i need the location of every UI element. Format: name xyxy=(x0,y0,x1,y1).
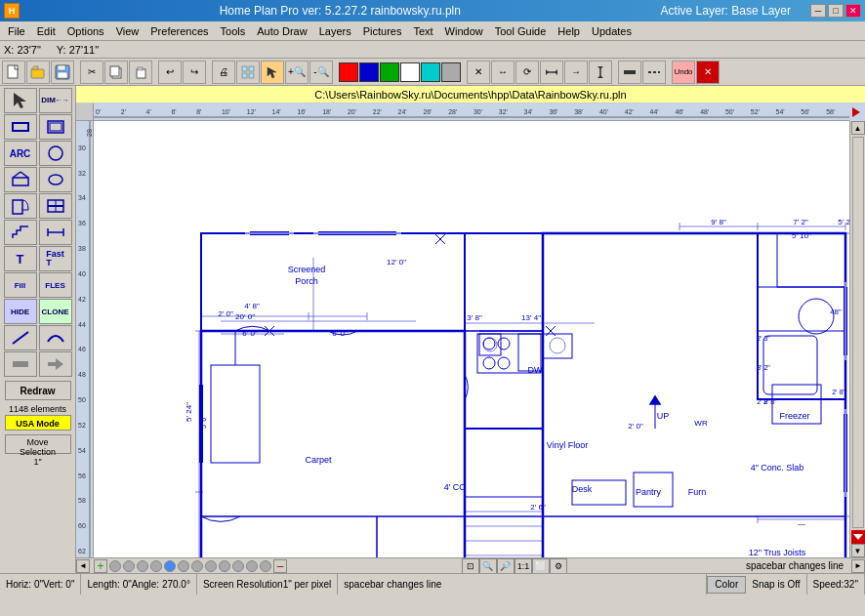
minimize-button[interactable]: ─ xyxy=(810,4,826,18)
redraw-button[interactable]: Redraw xyxy=(5,381,71,400)
tb-print[interactable]: 🖨 xyxy=(212,61,235,84)
color-green[interactable] xyxy=(380,62,399,82)
nav-dot-10[interactable] xyxy=(232,560,244,572)
menu-autodraw[interactable]: Auto Draw xyxy=(251,23,312,39)
tb-redo[interactable]: ↪ xyxy=(183,61,206,84)
tb-save[interactable] xyxy=(51,61,74,84)
menu-layers[interactable]: Layers xyxy=(313,23,357,39)
nav-dot-9[interactable] xyxy=(219,560,230,572)
add-button[interactable]: + xyxy=(94,559,107,573)
lt-hide[interactable]: HIDE xyxy=(4,299,37,324)
zoom-in-btn[interactable]: 🔍 xyxy=(479,558,497,574)
nav-dot-1[interactable] xyxy=(109,560,121,572)
tb-scale-x[interactable] xyxy=(540,61,563,84)
lt-arrow-left[interactable] xyxy=(4,351,37,377)
close-button[interactable]: ✕ xyxy=(845,4,861,18)
nav-dot-2[interactable] xyxy=(123,560,135,572)
lt-shape1[interactable] xyxy=(4,167,37,192)
tb-paste[interactable] xyxy=(129,61,152,84)
drawing-canvas[interactable]: Screened Porch Carpet Vinyl Floor Hardwo… xyxy=(94,121,849,557)
menu-preferences[interactable]: Preferences xyxy=(144,23,214,39)
remove-button[interactable]: – xyxy=(273,559,287,573)
lt-door[interactable] xyxy=(4,193,37,219)
tb-rotate[interactable]: ⟳ xyxy=(515,61,539,84)
lt-wall2[interactable] xyxy=(39,114,72,140)
lt-dim[interactable]: DIM←→ xyxy=(39,88,72,113)
menu-pictures[interactable]: Pictures xyxy=(357,23,408,39)
tb-line-solid[interactable] xyxy=(618,61,641,84)
lt-stair[interactable] xyxy=(4,220,37,245)
tb-new[interactable] xyxy=(2,61,25,84)
color-gray[interactable] xyxy=(441,62,461,82)
lt-select[interactable] xyxy=(4,88,37,113)
lt-tiles[interactable]: FLES xyxy=(39,272,72,298)
scroll-right-button[interactable]: ► xyxy=(851,559,865,573)
color-red[interactable] xyxy=(339,62,358,82)
tb-height[interactable] xyxy=(589,61,612,84)
tb-open[interactable] xyxy=(26,61,50,84)
lt-wall1[interactable] xyxy=(4,114,37,140)
zoom-out-btn[interactable]: 🔎 xyxy=(497,558,515,574)
maximize-button[interactable]: □ xyxy=(828,4,844,18)
tb-zoom-in[interactable]: +🔍 xyxy=(285,61,309,84)
zoom-fit[interactable]: ⊡ xyxy=(462,558,479,574)
tb-cross[interactable]: ✕ xyxy=(467,61,490,84)
nav-dot-5[interactable] xyxy=(164,560,176,572)
tb-cut[interactable]: ✂ xyxy=(80,61,103,84)
app-icon: H xyxy=(4,3,20,19)
menu-text[interactable]: Text xyxy=(407,23,438,39)
menu-window[interactable]: Window xyxy=(439,23,489,39)
tb-zoom-out[interactable]: -🔍 xyxy=(309,61,333,84)
lt-curve[interactable] xyxy=(39,325,72,350)
lt-circle[interactable] xyxy=(39,141,72,166)
menu-edit[interactable]: Edit xyxy=(31,23,62,39)
menu-tools[interactable]: Tools xyxy=(215,23,252,39)
lt-text[interactable]: T xyxy=(4,246,37,271)
zoom-settings[interactable]: ⚙ xyxy=(550,558,567,574)
nav-dot-12[interactable] xyxy=(260,560,271,572)
lt-clone[interactable]: CLONE xyxy=(39,299,72,324)
lt-text-fast[interactable]: FastT xyxy=(39,246,72,271)
zoom-100[interactable]: 1:1 xyxy=(515,558,532,574)
tb-line-dashed[interactable] xyxy=(642,61,666,84)
tb-undo-action[interactable]: Undo xyxy=(672,61,695,84)
lt-arc[interactable]: ARC xyxy=(4,141,37,166)
lt-arrow-shape[interactable] xyxy=(39,351,72,377)
svg-text:Carpet: Carpet xyxy=(305,455,332,465)
menu-toolguide[interactable]: Tool Guide xyxy=(489,23,553,39)
menu-updates[interactable]: Updates xyxy=(586,23,638,39)
lt-fill[interactable]: Fill xyxy=(4,272,37,298)
nav-dot-11[interactable] xyxy=(246,560,258,572)
nav-dot-6[interactable] xyxy=(178,560,189,572)
nav-dot-7[interactable] xyxy=(191,560,203,572)
tb-move[interactable]: ↔ xyxy=(491,61,515,84)
menu-file[interactable]: File xyxy=(2,23,31,39)
tb-eraser[interactable]: ✕ xyxy=(696,61,720,84)
color-cyan[interactable] xyxy=(421,62,440,82)
move-selection-button[interactable]: Move Selection 1" xyxy=(5,434,71,454)
zoom-page[interactable]: ⬜ xyxy=(532,558,550,574)
lt-shape2[interactable] xyxy=(39,167,72,192)
menu-view[interactable]: View xyxy=(110,23,145,39)
menu-help[interactable]: Help xyxy=(552,23,586,39)
tb-select[interactable] xyxy=(261,61,284,84)
nav-dot-4[interactable] xyxy=(150,560,162,572)
tb-arrow-right[interactable]: → xyxy=(564,61,588,84)
svg-text:40: 40 xyxy=(78,270,86,277)
status-screenres: Screen Resolution 1" per pixel xyxy=(197,574,338,595)
nav-dot-8[interactable] xyxy=(205,560,217,572)
lt-measure[interactable] xyxy=(39,220,72,245)
scroll-up-button[interactable]: ▲ xyxy=(851,121,865,135)
tb-copy[interactable] xyxy=(104,61,128,84)
tb-grid[interactable] xyxy=(236,61,260,84)
scroll-left-button[interactable]: ◄ xyxy=(76,559,90,573)
tb-undo[interactable]: ↩ xyxy=(158,61,182,84)
color-blue[interactable] xyxy=(359,62,379,82)
menu-options[interactable]: Options xyxy=(62,23,110,39)
scroll-down-button[interactable]: ▼ xyxy=(851,544,865,557)
right-scrollbar[interactable]: ▲ ▼ xyxy=(849,121,865,557)
lt-line[interactable] xyxy=(4,325,37,350)
lt-window[interactable] xyxy=(39,193,72,219)
nav-dot-3[interactable] xyxy=(137,560,148,572)
color-white[interactable] xyxy=(400,62,420,82)
